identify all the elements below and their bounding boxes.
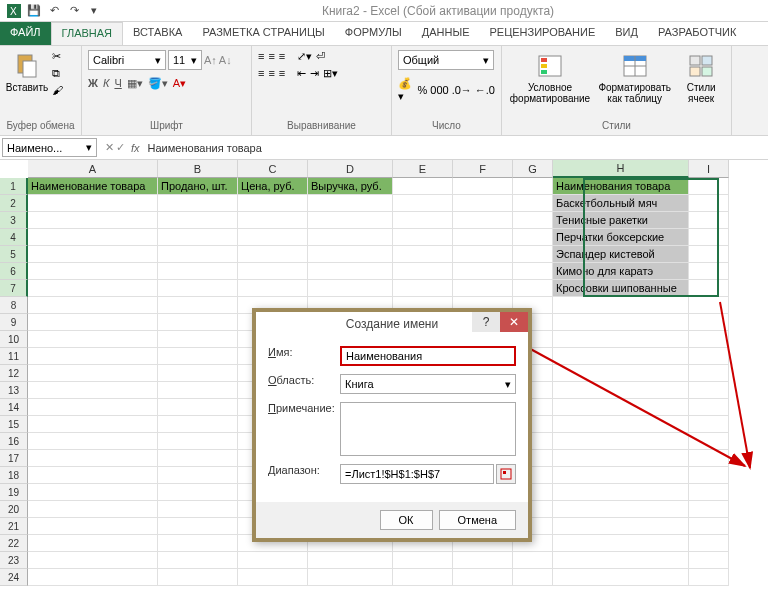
align-bottom-icon[interactable]: ≡ [279, 50, 285, 63]
cell[interactable] [308, 263, 393, 280]
cell[interactable]: Баскетбольный мяч [553, 195, 689, 212]
cell[interactable] [158, 212, 238, 229]
cell[interactable] [28, 501, 158, 518]
align-top-icon[interactable]: ≡ [258, 50, 264, 63]
tab-file[interactable]: ФАЙЛ [0, 22, 51, 45]
row-header[interactable]: 23 [0, 552, 28, 569]
accounting-icon[interactable]: 💰▾ [398, 77, 414, 103]
cell[interactable] [28, 433, 158, 450]
cell[interactable] [158, 467, 238, 484]
cell[interactable] [238, 195, 308, 212]
comma-icon[interactable]: 000 [430, 84, 448, 96]
cell[interactable] [393, 229, 453, 246]
col-header-A[interactable]: A [28, 160, 158, 178]
cell[interactable] [689, 535, 729, 552]
row-header[interactable]: 14 [0, 399, 28, 416]
row-header[interactable]: 12 [0, 365, 28, 382]
col-header-C[interactable]: C [238, 160, 308, 178]
tab-layout[interactable]: РАЗМЕТКА СТРАНИЦЫ [192, 22, 334, 45]
name-box[interactable]: Наимено...▾ [2, 138, 97, 157]
cell[interactable] [689, 280, 729, 297]
cell[interactable] [308, 246, 393, 263]
cell[interactable] [689, 484, 729, 501]
row-header[interactable]: 17 [0, 450, 28, 467]
cell[interactable] [28, 552, 158, 569]
cell[interactable] [689, 552, 729, 569]
cell[interactable] [393, 263, 453, 280]
range-picker-icon[interactable] [496, 464, 516, 484]
cell[interactable] [513, 229, 553, 246]
cell[interactable]: Кимоно для каратэ [553, 263, 689, 280]
cell[interactable] [553, 348, 689, 365]
cell[interactable] [553, 399, 689, 416]
cell[interactable] [158, 331, 238, 348]
cell[interactable] [28, 246, 158, 263]
decrease-decimal-icon[interactable]: ←.0 [475, 84, 495, 96]
cell[interactable] [689, 212, 729, 229]
cell[interactable] [158, 365, 238, 382]
cell[interactable] [453, 569, 513, 586]
cell[interactable] [513, 280, 553, 297]
cell[interactable] [158, 195, 238, 212]
cell[interactable] [393, 552, 453, 569]
wrap-text-icon[interactable]: ⏎ [316, 50, 325, 63]
cell[interactable] [28, 297, 158, 314]
cell[interactable] [689, 450, 729, 467]
cell[interactable] [453, 246, 513, 263]
cell-styles-button[interactable]: Стили ячеек [677, 50, 725, 106]
cell[interactable] [308, 552, 393, 569]
cell[interactable] [553, 297, 689, 314]
cell[interactable] [158, 433, 238, 450]
cell[interactable] [553, 484, 689, 501]
cell[interactable] [28, 331, 158, 348]
orientation-icon[interactable]: ⤢▾ [297, 50, 312, 63]
cell[interactable] [393, 280, 453, 297]
cell[interactable] [689, 518, 729, 535]
cell[interactable] [513, 195, 553, 212]
cell[interactable] [453, 195, 513, 212]
cell[interactable] [158, 246, 238, 263]
cell[interactable] [453, 178, 513, 195]
cell[interactable] [689, 365, 729, 382]
cell[interactable] [553, 331, 689, 348]
fill-color-icon[interactable]: 🪣▾ [148, 77, 168, 90]
italic-button[interactable]: К [103, 77, 109, 90]
cell[interactable] [28, 382, 158, 399]
row-header[interactable]: 3 [0, 212, 28, 229]
col-header-D[interactable]: D [308, 160, 393, 178]
cell[interactable] [28, 518, 158, 535]
cell[interactable] [689, 229, 729, 246]
tab-insert[interactable]: ВСТАВКА [123, 22, 192, 45]
cell[interactable] [28, 263, 158, 280]
cell[interactable] [689, 348, 729, 365]
cell[interactable] [553, 569, 689, 586]
redo-icon[interactable]: ↷ [66, 3, 82, 19]
row-header[interactable]: 6 [0, 263, 28, 280]
col-header-H[interactable]: H [553, 160, 689, 178]
cell[interactable] [28, 535, 158, 552]
cell[interactable] [513, 552, 553, 569]
save-icon[interactable]: 💾 [26, 3, 42, 19]
cell[interactable] [28, 195, 158, 212]
merge-icon[interactable]: ⊞▾ [323, 67, 338, 80]
cell[interactable] [553, 535, 689, 552]
undo-icon[interactable]: ↶ [46, 3, 62, 19]
cell[interactable] [689, 382, 729, 399]
tab-developer[interactable]: РАЗРАБОТЧИК [648, 22, 746, 45]
cell[interactable] [689, 416, 729, 433]
cell[interactable] [513, 246, 553, 263]
border-icon[interactable]: ▦▾ [127, 77, 143, 90]
cell[interactable] [689, 178, 729, 195]
cell[interactable] [158, 348, 238, 365]
cell[interactable] [308, 195, 393, 212]
cell[interactable] [28, 399, 158, 416]
formula-input[interactable]: Наименования товара [148, 142, 262, 154]
cell[interactable] [158, 229, 238, 246]
cell[interactable] [689, 331, 729, 348]
cell[interactable] [689, 433, 729, 450]
cell[interactable] [158, 484, 238, 501]
cell[interactable] [513, 178, 553, 195]
cell[interactable] [158, 314, 238, 331]
name-input[interactable] [340, 346, 516, 366]
cell[interactable]: Кроссовки шипованные [553, 280, 689, 297]
